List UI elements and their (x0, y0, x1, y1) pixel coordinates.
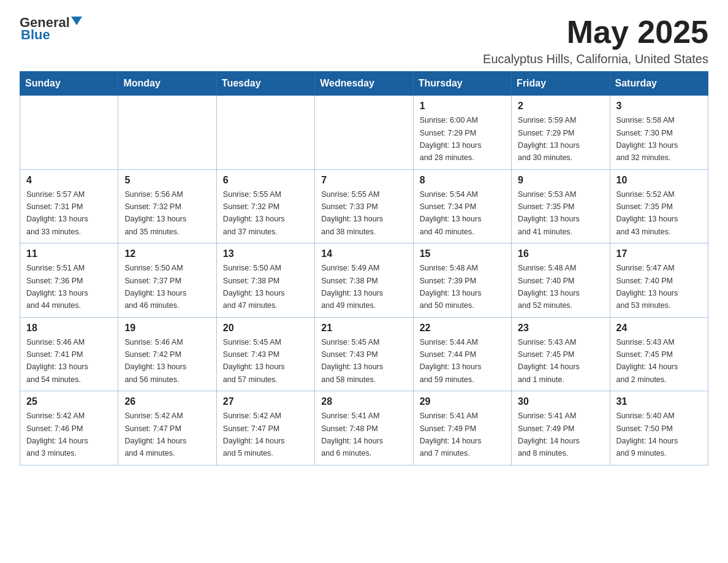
calendar-cell-w1-d2 (118, 96, 216, 170)
day-info: Sunrise: 5:54 AMSunset: 7:34 PMDaylight:… (420, 190, 482, 236)
day-number: 21 (321, 323, 406, 334)
day-number: 4 (26, 175, 112, 186)
day-number: 28 (321, 396, 406, 407)
day-info: Sunrise: 5:42 AMSunset: 7:46 PMDaylight:… (26, 412, 88, 458)
day-number: 27 (223, 396, 308, 407)
day-number: 19 (124, 323, 210, 334)
calendar-cell-w2-d7: 10Sunrise: 5:52 AMSunset: 7:35 PMDayligh… (610, 169, 708, 243)
calendar-cell-w3-d3: 13Sunrise: 5:50 AMSunset: 7:38 PMDayligh… (216, 243, 314, 318)
location-title: Eucalyptus Hills, California, United Sta… (483, 52, 708, 66)
calendar-cell-w1-d4 (315, 96, 413, 170)
calendar-cell-w3-d7: 17Sunrise: 5:47 AMSunset: 7:40 PMDayligh… (610, 243, 708, 318)
day-info: Sunrise: 5:48 AMSunset: 7:40 PMDaylight:… (518, 264, 580, 310)
day-info: Sunrise: 5:42 AMSunset: 7:47 PMDaylight:… (223, 412, 285, 458)
calendar-cell-w5-d4: 28Sunrise: 5:41 AMSunset: 7:48 PMDayligh… (315, 391, 413, 465)
day-info: Sunrise: 5:52 AMSunset: 7:35 PMDaylight:… (616, 190, 678, 236)
day-info: Sunrise: 5:56 AMSunset: 7:32 PMDaylight:… (124, 190, 186, 236)
day-number: 18 (26, 323, 112, 334)
day-number: 25 (26, 396, 112, 407)
day-info: Sunrise: 5:42 AMSunset: 7:47 PMDaylight:… (124, 412, 186, 458)
calendar-week-2: 4Sunrise: 5:57 AMSunset: 7:31 PMDaylight… (20, 169, 708, 243)
day-number: 24 (616, 323, 702, 334)
day-info: Sunrise: 5:51 AMSunset: 7:36 PMDaylight:… (26, 264, 88, 310)
day-number: 17 (616, 248, 702, 259)
day-number: 10 (616, 175, 702, 186)
calendar-cell-w2-d6: 9Sunrise: 5:53 AMSunset: 7:35 PMDaylight… (512, 169, 610, 243)
header-friday: Friday (512, 72, 610, 96)
calendar-week-1: 1Sunrise: 6:00 AMSunset: 7:29 PMDaylight… (20, 96, 708, 170)
calendar-cell-w3-d1: 11Sunrise: 5:51 AMSunset: 7:36 PMDayligh… (20, 243, 118, 318)
calendar-week-5: 25Sunrise: 5:42 AMSunset: 7:46 PMDayligh… (20, 391, 708, 465)
calendar-cell-w3-d5: 15Sunrise: 5:48 AMSunset: 7:39 PMDayligh… (413, 243, 511, 318)
page-header: General Blue May 2025 Eucalyptus Hills, … (20, 15, 708, 66)
day-info: Sunrise: 5:55 AMSunset: 7:32 PMDaylight:… (223, 190, 285, 236)
day-info: Sunrise: 5:43 AMSunset: 7:45 PMDaylight:… (616, 338, 678, 384)
calendar-cell-w2-d5: 8Sunrise: 5:54 AMSunset: 7:34 PMDaylight… (413, 169, 511, 243)
header-thursday: Thursday (413, 72, 511, 96)
logo-arrow-icon (71, 17, 82, 28)
calendar-cell-w4-d3: 20Sunrise: 5:45 AMSunset: 7:43 PMDayligh… (216, 317, 314, 391)
calendar-cell-w4-d5: 22Sunrise: 5:44 AMSunset: 7:44 PMDayligh… (413, 317, 511, 391)
calendar-cell-w1-d1 (20, 96, 118, 170)
day-info: Sunrise: 6:00 AMSunset: 7:29 PMDaylight:… (420, 116, 482, 162)
day-info: Sunrise: 5:43 AMSunset: 7:45 PMDaylight:… (518, 338, 580, 384)
day-info: Sunrise: 5:59 AMSunset: 7:29 PMDaylight:… (518, 116, 580, 162)
calendar-cell-w4-d2: 19Sunrise: 5:46 AMSunset: 7:42 PMDayligh… (118, 317, 216, 391)
calendar-cell-w2-d3: 6Sunrise: 5:55 AMSunset: 7:32 PMDaylight… (216, 169, 314, 243)
day-info: Sunrise: 5:45 AMSunset: 7:43 PMDaylight:… (223, 338, 285, 384)
calendar-cell-w3-d4: 14Sunrise: 5:49 AMSunset: 7:38 PMDayligh… (315, 243, 413, 318)
calendar-cell-w1-d6: 2Sunrise: 5:59 AMSunset: 7:29 PMDaylight… (512, 96, 610, 170)
title-area: May 2025 Eucalyptus Hills, California, U… (483, 15, 708, 66)
day-info: Sunrise: 5:58 AMSunset: 7:30 PMDaylight:… (616, 116, 678, 162)
month-title: May 2025 (483, 15, 708, 50)
day-number: 13 (223, 248, 308, 259)
day-number: 7 (321, 175, 406, 186)
calendar-cell-w1-d3 (216, 96, 314, 170)
day-number: 26 (124, 396, 210, 407)
day-number: 3 (616, 101, 702, 112)
day-number: 9 (518, 175, 603, 186)
calendar-cell-w1-d7: 3Sunrise: 5:58 AMSunset: 7:30 PMDaylight… (610, 96, 708, 170)
day-number: 1 (420, 101, 505, 112)
calendar-week-3: 11Sunrise: 5:51 AMSunset: 7:36 PMDayligh… (20, 243, 708, 318)
calendar-cell-w5-d7: 31Sunrise: 5:40 AMSunset: 7:50 PMDayligh… (610, 391, 708, 465)
calendar-cell-w2-d4: 7Sunrise: 5:55 AMSunset: 7:33 PMDaylight… (315, 169, 413, 243)
calendar-cell-w4-d7: 24Sunrise: 5:43 AMSunset: 7:45 PMDayligh… (610, 317, 708, 391)
day-number: 2 (518, 101, 603, 112)
calendar-cell-w4-d6: 23Sunrise: 5:43 AMSunset: 7:45 PMDayligh… (512, 317, 610, 391)
day-number: 31 (616, 396, 702, 407)
day-number: 20 (223, 323, 308, 334)
calendar-cell-w5-d5: 29Sunrise: 5:41 AMSunset: 7:49 PMDayligh… (413, 391, 511, 465)
calendar-cell-w4-d4: 21Sunrise: 5:45 AMSunset: 7:43 PMDayligh… (315, 317, 413, 391)
day-info: Sunrise: 5:46 AMSunset: 7:42 PMDaylight:… (124, 338, 186, 384)
calendar-cell-w5-d2: 26Sunrise: 5:42 AMSunset: 7:47 PMDayligh… (118, 391, 216, 465)
calendar-cell-w5-d1: 25Sunrise: 5:42 AMSunset: 7:46 PMDayligh… (20, 391, 118, 465)
day-number: 16 (518, 248, 603, 259)
header-monday: Monday (118, 72, 216, 96)
day-info: Sunrise: 5:44 AMSunset: 7:44 PMDaylight:… (420, 338, 482, 384)
calendar-week-4: 18Sunrise: 5:46 AMSunset: 7:41 PMDayligh… (20, 317, 708, 391)
day-number: 22 (420, 323, 505, 334)
day-number: 23 (518, 323, 603, 334)
day-number: 30 (518, 396, 603, 407)
calendar-cell-w5-d6: 30Sunrise: 5:41 AMSunset: 7:49 PMDayligh… (512, 391, 610, 465)
day-info: Sunrise: 5:41 AMSunset: 7:49 PMDaylight:… (518, 412, 580, 458)
day-info: Sunrise: 5:57 AMSunset: 7:31 PMDaylight:… (26, 190, 88, 236)
calendar-cell-w2-d1: 4Sunrise: 5:57 AMSunset: 7:31 PMDaylight… (20, 169, 118, 243)
calendar-header-row: SundayMondayTuesdayWednesdayThursdayFrid… (20, 72, 708, 96)
day-info: Sunrise: 5:40 AMSunset: 7:50 PMDaylight:… (616, 412, 678, 458)
calendar-cell-w3-d2: 12Sunrise: 5:50 AMSunset: 7:37 PMDayligh… (118, 243, 216, 318)
day-info: Sunrise: 5:50 AMSunset: 7:37 PMDaylight:… (124, 264, 186, 310)
header-sunday: Sunday (20, 72, 118, 96)
day-number: 8 (420, 175, 505, 186)
calendar-cell-w4-d1: 18Sunrise: 5:46 AMSunset: 7:41 PMDayligh… (20, 317, 118, 391)
calendar-cell-w5-d3: 27Sunrise: 5:42 AMSunset: 7:47 PMDayligh… (216, 391, 314, 465)
day-info: Sunrise: 5:48 AMSunset: 7:39 PMDaylight:… (420, 264, 482, 310)
day-number: 29 (420, 396, 505, 407)
day-info: Sunrise: 5:55 AMSunset: 7:33 PMDaylight:… (321, 190, 383, 236)
header-wednesday: Wednesday (315, 72, 413, 96)
logo-blue: Blue (21, 27, 50, 43)
calendar-cell-w2-d2: 5Sunrise: 5:56 AMSunset: 7:32 PMDaylight… (118, 169, 216, 243)
day-info: Sunrise: 5:49 AMSunset: 7:38 PMDaylight:… (321, 264, 383, 310)
calendar-table: SundayMondayTuesdayWednesdayThursdayFrid… (20, 71, 708, 465)
